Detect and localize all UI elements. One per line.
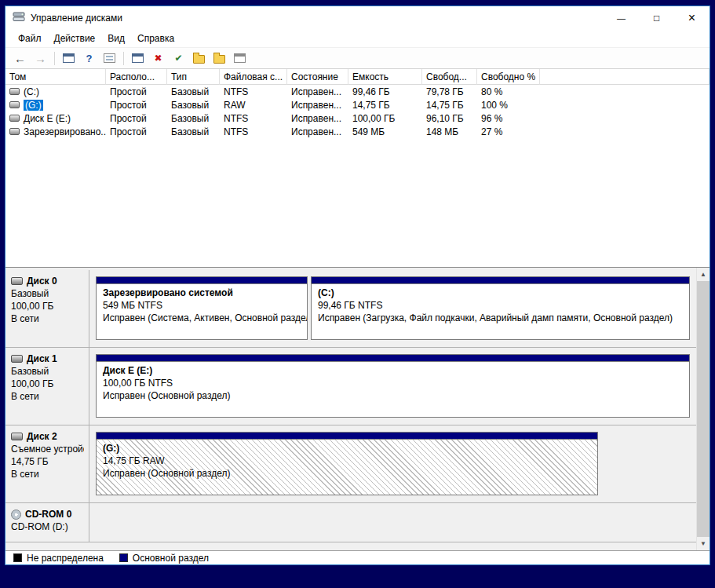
volume-cell: Диск Е (E:)	[5, 113, 106, 124]
capacity-cell: 100,00 ГБ	[348, 113, 422, 124]
column-header-filler	[540, 69, 710, 85]
list-view-button[interactable]	[100, 49, 119, 68]
status-cell: Исправен...	[287, 86, 348, 97]
column-header-layout[interactable]: Располо...	[106, 69, 167, 85]
scroll-down-icon[interactable]: ▼	[697, 537, 710, 550]
check-disk-icon: ✔	[174, 53, 182, 63]
scroll-up-icon[interactable]: ▲	[697, 268, 710, 281]
volume-row-g-selected[interactable]: (G:) Простой Базовый RAW Исправен... 14,…	[5, 98, 710, 111]
column-header-free[interactable]: Свобод...	[422, 69, 477, 85]
menu-action[interactable]: Действие	[48, 31, 102, 46]
forward-button[interactable]: →	[31, 49, 50, 68]
disk-status: В сети	[11, 468, 84, 480]
menu-help[interactable]: Справка	[131, 31, 181, 46]
filesystem-cell: RAW	[220, 100, 287, 111]
console-window-icon	[132, 53, 144, 63]
layout-cell: Простой	[106, 86, 167, 97]
volume-cell: Зарезервировано...	[5, 126, 106, 137]
volume-name: (G:)	[24, 100, 43, 111]
disk-name: Диск 0	[27, 275, 57, 287]
disk-row-2: Диск 2 Съемное устройство 14,75 ГБ В сет…	[5, 425, 696, 503]
console-tree-button[interactable]	[59, 49, 78, 68]
folder-new-button[interactable]	[210, 49, 229, 68]
titlebar[interactable]: Управление дисками — □ ×	[5, 6, 710, 29]
column-header-status[interactable]: Состояние	[287, 69, 348, 85]
disk2-label[interactable]: Диск 2 Съемное устройство 14,75 ГБ В сет…	[5, 425, 89, 502]
partition-system-reserved[interactable]: Зарезервировано системой 549 МБ NTFS Исп…	[96, 276, 308, 340]
disk-size: 100,00 ГБ	[11, 300, 84, 312]
column-header-capacity[interactable]: Емкость	[348, 69, 422, 85]
close-button[interactable]: ×	[674, 6, 710, 29]
check-disk-button[interactable]: ✔	[169, 49, 188, 68]
unallocated-swatch	[13, 553, 22, 562]
graphical-view-panel: Диск 0 Базовый 100,00 ГБ В сети Зарезерв…	[5, 267, 710, 550]
free-pct-cell: 100 %	[477, 100, 540, 111]
column-header-type[interactable]: Тип	[167, 69, 220, 85]
partition-e[interactable]: Диск Е (E:) 100,00 ГБ NTFS Исправен (Осн…	[96, 354, 690, 418]
volume-list-header: Том Располо... Тип Файловая с... Состоян…	[5, 69, 710, 85]
status-cell: Исправен...	[287, 113, 348, 124]
partition-g-selected[interactable]: (G:) 14,75 ГБ RAW Исправен (Основной раз…	[96, 432, 598, 495]
partition-color-strip	[97, 433, 597, 440]
console-window-button[interactable]	[128, 49, 148, 68]
menu-file[interactable]: Файл	[12, 31, 48, 46]
folder-up-button[interactable]	[189, 49, 209, 68]
menu-view[interactable]: Вид	[101, 31, 131, 46]
disk0-partitions: Зарезервировано системой 549 МБ NTFS Исп…	[89, 270, 696, 347]
partition-size: 100,00 ГБ NTFS	[103, 377, 683, 389]
disk-type: CD-ROM (D:)	[11, 520, 84, 533]
layout-cell: Простой	[106, 126, 167, 137]
partition-body: (G:) 14,75 ГБ RAW Исправен (Основной раз…	[97, 440, 597, 495]
maximize-button[interactable]: □	[639, 6, 674, 29]
legend-primary-partition: Основной раздел	[119, 553, 209, 564]
disk-row-1: Диск 1 Базовый 100,00 ГБ В сети Диск Е (…	[5, 348, 696, 425]
free-pct-cell: 80 %	[477, 86, 540, 97]
minimize-button[interactable]: —	[604, 6, 639, 29]
cdrom-label[interactable]: CD-ROM 0 CD-ROM (D:)	[5, 503, 89, 542]
partition-status: Исправен (Основной раздел)	[103, 389, 683, 402]
disk-type: Съемное устройство	[11, 443, 84, 455]
legend-bar: Не распределена Основной раздел	[5, 550, 710, 564]
legend-label: Не распределена	[27, 553, 104, 564]
info-button[interactable]	[230, 49, 250, 68]
volume-row-e[interactable]: Диск Е (E:) Простой Базовый NTFS Исправе…	[5, 111, 710, 125]
disk0-label[interactable]: Диск 0 Базовый 100,00 ГБ В сети	[5, 270, 89, 347]
column-header-free-pct[interactable]: Свободно %	[477, 69, 540, 85]
back-button[interactable]: ←	[10, 49, 30, 68]
console-tree-icon	[63, 53, 75, 63]
disk2-partitions: (G:) 14,75 ГБ RAW Исправен (Основной раз…	[89, 425, 696, 502]
vertical-scrollbar[interactable]: ▲ ▼	[696, 268, 710, 550]
type-cell: Базовый	[167, 86, 220, 97]
disk-name: Диск 1	[27, 352, 57, 365]
help-button[interactable]: ?	[79, 49, 99, 68]
free-pct-cell: 27 %	[477, 126, 540, 137]
filesystem-cell: NTFS	[220, 126, 287, 137]
menubar: Файл Действие Вид Справка	[5, 29, 710, 47]
volume-row-reserved[interactable]: Зарезервировано... Простой Базовый NTFS …	[5, 125, 710, 138]
partition-body: Диск Е (E:) 100,00 ГБ NTFS Исправен (Осн…	[97, 362, 689, 417]
delete-volume-button[interactable]: ✖	[148, 49, 168, 68]
disk1-label[interactable]: Диск 1 Базовый 100,00 ГБ В сети	[5, 348, 89, 425]
disk-icon	[11, 355, 23, 363]
scrollbar-thumb[interactable]	[697, 281, 710, 537]
info-icon	[234, 53, 246, 63]
disk-status: В сети	[11, 312, 84, 325]
status-cell: Исправен...	[287, 126, 348, 137]
volume-cell: (G:)	[5, 100, 106, 111]
status-cell: Исправен...	[287, 100, 348, 111]
partition-body: (C:) 99,46 ГБ NTFS Исправен (Загрузка, Ф…	[312, 284, 689, 339]
back-icon: ←	[14, 53, 26, 64]
column-header-filesystem[interactable]: Файловая с...	[220, 69, 287, 85]
free-pct-cell: 96 %	[477, 113, 540, 124]
disk1-partitions: Диск Е (E:) 100,00 ГБ NTFS Исправен (Осн…	[89, 348, 696, 425]
partition-color-strip	[97, 277, 307, 284]
column-header-volume[interactable]: Том	[5, 69, 106, 85]
cdrom-partitions	[89, 503, 696, 542]
cd-icon	[11, 509, 21, 520]
volume-row-c[interactable]: (C:) Простой Базовый NTFS Исправен... 99…	[5, 85, 710, 98]
partition-size: 14,75 ГБ RAW	[103, 455, 591, 467]
free-cell: 14,75 ГБ	[422, 100, 477, 111]
disk-rows: Диск 0 Базовый 100,00 ГБ В сети Зарезерв…	[5, 270, 696, 542]
partition-c[interactable]: (C:) 99,46 ГБ NTFS Исправен (Загрузка, Ф…	[311, 276, 690, 340]
volume-name: Диск Е (E:)	[24, 113, 71, 124]
